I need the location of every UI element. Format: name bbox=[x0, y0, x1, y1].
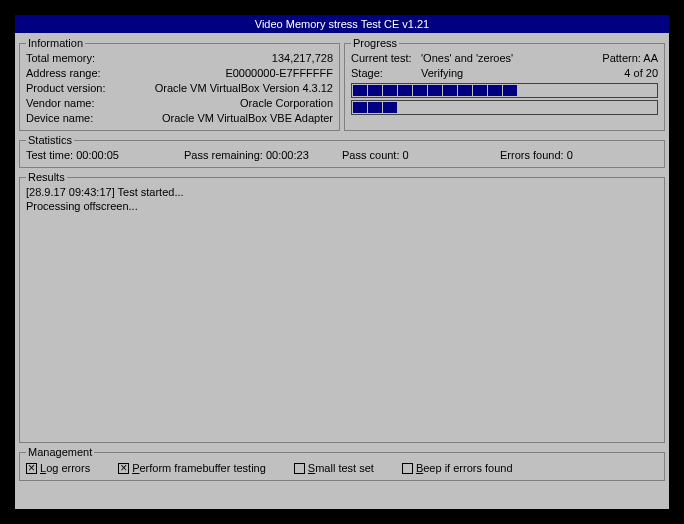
info-value: Oracle VM VirtualBox Version 4.3.12 bbox=[155, 81, 333, 96]
progress-block bbox=[503, 85, 517, 96]
checkbox-mark[interactable] bbox=[294, 463, 305, 474]
progress-block bbox=[428, 85, 442, 96]
progress-block bbox=[548, 102, 562, 113]
stage-label: Stage: bbox=[351, 66, 421, 81]
checkbox-beep-if-errors-found[interactable]: Beep if errors found bbox=[402, 461, 513, 476]
progress-block bbox=[608, 102, 622, 113]
progress-block bbox=[398, 85, 412, 96]
progress-block bbox=[353, 102, 367, 113]
progress-block bbox=[623, 102, 637, 113]
checkbox-label: Beep if errors found bbox=[416, 461, 513, 476]
pattern-label: Pattern: AA bbox=[602, 51, 658, 66]
info-label: Product version: bbox=[26, 81, 105, 96]
progress-block bbox=[488, 102, 502, 113]
results-line: Processing offscreen... bbox=[26, 199, 658, 213]
progress-bar-2 bbox=[351, 100, 658, 115]
progress-block bbox=[383, 85, 397, 96]
stat-test-time: Test time: 00:00:05 bbox=[26, 148, 184, 163]
progress-current-test-row: Current test: 'Ones' and 'zeroes' Patter… bbox=[351, 51, 658, 66]
progress-block bbox=[638, 102, 652, 113]
progress-block bbox=[548, 85, 562, 96]
progress-block bbox=[593, 85, 607, 96]
progress-block bbox=[368, 102, 382, 113]
checkbox-perform-framebuffer-testing[interactable]: Perform framebuffer testing bbox=[118, 461, 266, 476]
progress-block bbox=[533, 85, 547, 96]
checkbox-label: Small test set bbox=[308, 461, 374, 476]
progress-bar-1 bbox=[351, 83, 658, 98]
stat-pass-count: Pass count: 0 bbox=[342, 148, 500, 163]
progress-legend: Progress bbox=[351, 37, 399, 49]
checkbox-mark[interactable] bbox=[26, 463, 37, 474]
stat-pass-remaining: Pass remaining: 00:00:23 bbox=[184, 148, 342, 163]
window-content: Information Total memory: 134,217,728 Ad… bbox=[15, 33, 669, 488]
stage-count: 4 of 20 bbox=[624, 66, 658, 81]
current-test-label: Current test: bbox=[351, 51, 421, 66]
info-value: 134,217,728 bbox=[272, 51, 333, 66]
progress-block bbox=[443, 85, 457, 96]
info-label: Address range: bbox=[26, 66, 101, 81]
progress-block bbox=[473, 85, 487, 96]
progress-block bbox=[488, 85, 502, 96]
statistics-group: Statistics Test time: 00:00:05 Pass rema… bbox=[19, 134, 665, 168]
checkbox-log-errors[interactable]: Log errors bbox=[26, 461, 90, 476]
checkbox-mark[interactable] bbox=[118, 463, 129, 474]
progress-block bbox=[398, 102, 412, 113]
stage-value: Verifying bbox=[421, 66, 624, 81]
progress-block bbox=[503, 102, 517, 113]
progress-block bbox=[458, 102, 472, 113]
progress-block bbox=[458, 85, 472, 96]
checkbox-mark[interactable] bbox=[402, 463, 413, 474]
info-label: Device name: bbox=[26, 111, 93, 126]
progress-block bbox=[518, 102, 532, 113]
info-row: Vendor name: Oracle Corporation bbox=[26, 96, 333, 111]
info-value: Oracle VM VirtualBox VBE Adapter bbox=[162, 111, 333, 126]
info-value: E0000000-E7FFFFFF bbox=[225, 66, 333, 81]
information-legend: Information bbox=[26, 37, 85, 49]
results-line: [28.9.17 09:43:17] Test started... bbox=[26, 185, 658, 199]
progress-block bbox=[608, 85, 622, 96]
info-row: Device name: Oracle VM VirtualBox VBE Ad… bbox=[26, 111, 333, 126]
main-window: Video Memory stress Test CE v1.21 Inform… bbox=[14, 14, 670, 510]
progress-stage-row: Stage: Verifying 4 of 20 bbox=[351, 66, 658, 81]
statistics-legend: Statistics bbox=[26, 134, 74, 146]
progress-block bbox=[623, 85, 637, 96]
progress-block bbox=[638, 85, 652, 96]
progress-block bbox=[518, 85, 532, 96]
progress-block bbox=[578, 85, 592, 96]
checkbox-label: Perform framebuffer testing bbox=[132, 461, 266, 476]
management-group: Management Log errorsPerform framebuffer… bbox=[19, 446, 665, 481]
progress-block bbox=[428, 102, 442, 113]
checkbox-small-test-set[interactable]: Small test set bbox=[294, 461, 374, 476]
info-label: Vendor name: bbox=[26, 96, 95, 111]
info-label: Total memory: bbox=[26, 51, 95, 66]
management-legend: Management bbox=[26, 446, 94, 458]
checkbox-label: Log errors bbox=[40, 461, 90, 476]
progress-block bbox=[578, 102, 592, 113]
window-title: Video Memory stress Test CE v1.21 bbox=[15, 15, 669, 33]
progress-block bbox=[413, 85, 427, 96]
results-body: [28.9.17 09:43:17] Test started...Proces… bbox=[26, 185, 658, 213]
progress-block bbox=[563, 102, 577, 113]
progress-block bbox=[533, 102, 547, 113]
progress-block bbox=[383, 102, 397, 113]
info-value: Oracle Corporation bbox=[240, 96, 333, 111]
results-group: Results [28.9.17 09:43:17] Test started.… bbox=[19, 171, 665, 443]
info-row: Address range: E0000000-E7FFFFFF bbox=[26, 66, 333, 81]
results-legend: Results bbox=[26, 171, 67, 183]
current-test-value: 'Ones' and 'zeroes' bbox=[421, 51, 602, 66]
info-row: Total memory: 134,217,728 bbox=[26, 51, 333, 66]
progress-block bbox=[563, 85, 577, 96]
progress-block bbox=[413, 102, 427, 113]
progress-block bbox=[368, 85, 382, 96]
progress-block bbox=[443, 102, 457, 113]
progress-group: Progress Current test: 'Ones' and 'zeroe… bbox=[344, 37, 665, 131]
progress-block bbox=[593, 102, 607, 113]
stat-errors-found: Errors found: 0 bbox=[500, 148, 658, 163]
info-row: Product version: Oracle VM VirtualBox Ve… bbox=[26, 81, 333, 96]
information-group: Information Total memory: 134,217,728 Ad… bbox=[19, 37, 340, 131]
progress-block bbox=[473, 102, 487, 113]
progress-block bbox=[353, 85, 367, 96]
